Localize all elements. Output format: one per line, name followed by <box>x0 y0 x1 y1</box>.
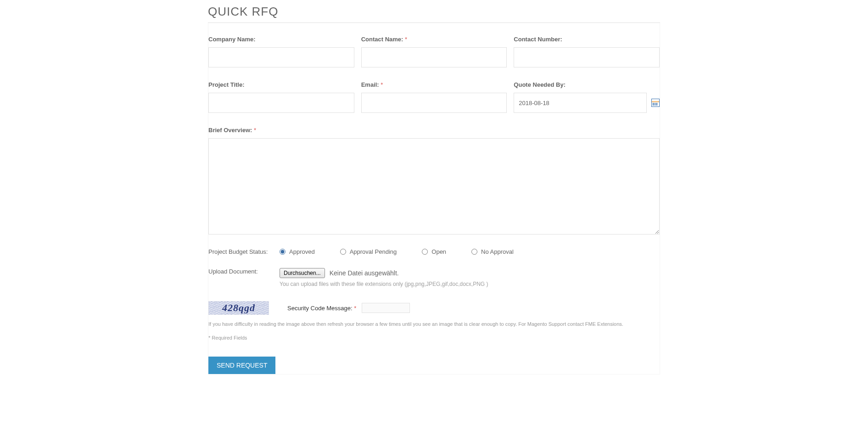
company-name-input[interactable] <box>208 47 354 67</box>
email-label: Email: * <box>361 81 507 88</box>
required-asterisk: * <box>381 81 383 88</box>
security-code-label: Security Code Message: * <box>287 305 356 312</box>
budget-radio-open[interactable] <box>422 249 428 255</box>
security-code-input[interactable] <box>362 303 410 313</box>
budget-option-approved[interactable]: Approved <box>280 248 315 255</box>
company-name-label: Company Name: <box>208 36 354 43</box>
browse-button[interactable]: Durchsuchen... <box>280 268 325 278</box>
required-asterisk: * <box>354 305 356 312</box>
page-title: QUICK RFQ <box>208 5 660 23</box>
calendar-icon[interactable] <box>651 99 660 107</box>
budget-status-label: Project Budget Status: <box>208 248 280 255</box>
budget-option-label: Approval Pending <box>350 248 397 255</box>
quote-needed-by-label: Quote Needed By: <box>514 81 660 88</box>
contact-name-label-text: Contact Name: <box>361 36 403 43</box>
project-title-input[interactable] <box>208 93 354 113</box>
contact-name-field: Contact Name: * <box>361 36 507 67</box>
budget-status-options: Approved Approval Pending Open No Approv… <box>280 248 514 255</box>
brief-overview-label: Brief Overview: * <box>208 127 660 134</box>
project-title-label: Project Title: <box>208 81 354 88</box>
file-status: Keine Datei ausgewählt. <box>330 269 399 277</box>
budget-radio-approval-pending[interactable] <box>340 249 346 255</box>
budget-option-no-approval[interactable]: No Approval <box>471 248 514 255</box>
upload-document-row: Upload Document: Durchsuchen... Keine Da… <box>208 268 660 278</box>
captcha-note: If you have difficulty in reading the im… <box>208 321 660 327</box>
budget-radio-approved[interactable] <box>280 249 286 255</box>
captcha-row: 428qgd Security Code Message: * <box>208 301 660 315</box>
email-input[interactable] <box>361 93 507 113</box>
quote-needed-by-input[interactable] <box>514 93 647 113</box>
contact-name-input[interactable] <box>361 47 507 67</box>
upload-hint: You can upload files with these file ext… <box>280 281 660 287</box>
quote-needed-by-field: Quote Needed By: <box>514 81 660 113</box>
budget-status-row: Project Budget Status: Approved Approval… <box>208 248 660 255</box>
budget-option-approval-pending[interactable]: Approval Pending <box>340 248 397 255</box>
required-fields-note: * Required Fields <box>208 335 660 341</box>
contact-number-label: Contact Number: <box>514 36 660 43</box>
captcha-code: 428qgd <box>222 302 255 313</box>
budget-option-open[interactable]: Open <box>422 248 446 255</box>
rfq-form: Company Name: Contact Name: * Contact Nu… <box>208 23 660 374</box>
security-code-label-text: Security Code Message: <box>287 305 353 312</box>
contact-number-input[interactable] <box>514 47 660 67</box>
send-request-button[interactable]: SEND REQUEST <box>208 357 275 374</box>
required-asterisk: * <box>405 36 407 43</box>
brief-overview-field: Brief Overview: * <box>208 127 660 235</box>
brief-overview-label-text: Brief Overview: <box>208 127 252 134</box>
project-title-field: Project Title: <box>208 81 354 113</box>
email-field: Email: * <box>361 81 507 113</box>
contact-number-field: Contact Number: <box>514 36 660 67</box>
brief-overview-input[interactable] <box>208 138 660 235</box>
budget-option-label: No Approval <box>481 248 514 255</box>
budget-radio-no-approval[interactable] <box>471 249 477 255</box>
upload-document-label: Upload Document: <box>208 268 280 275</box>
required-asterisk: * <box>254 127 256 134</box>
email-label-text: Email: <box>361 81 379 88</box>
company-name-field: Company Name: <box>208 36 354 67</box>
contact-name-label: Contact Name: * <box>361 36 507 43</box>
budget-option-label: Open <box>431 248 446 255</box>
budget-option-label: Approved <box>289 248 315 255</box>
captcha-image: 428qgd <box>208 301 269 315</box>
